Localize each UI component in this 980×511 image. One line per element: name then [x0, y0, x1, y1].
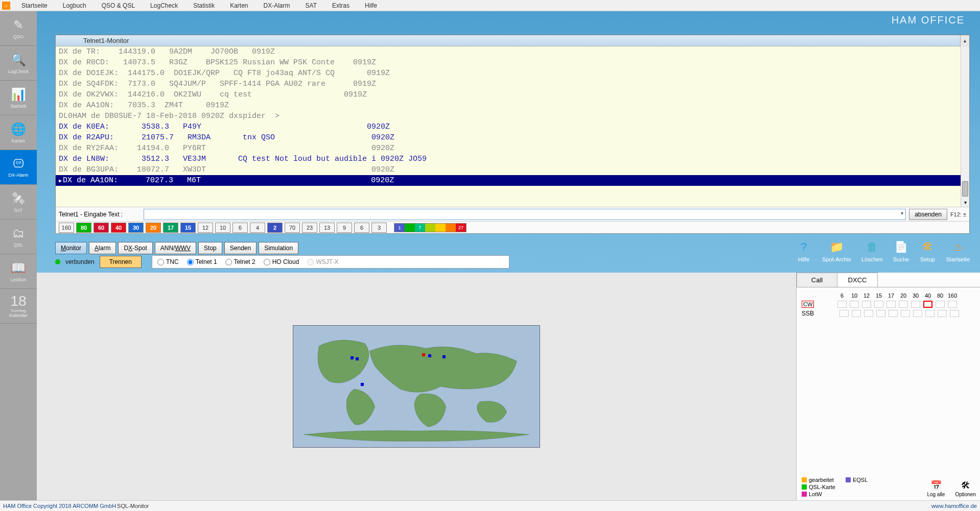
band-button-9[interactable]: 9	[337, 223, 352, 233]
sidebar-item-kalender[interactable]: 18 Sonntag Kalender	[0, 289, 37, 324]
band-button-3[interactable]: 3	[371, 223, 387, 233]
telnet-input-combo[interactable]	[144, 209, 906, 220]
band-button-20[interactable]: 20	[146, 223, 161, 233]
telnet-line[interactable]: DX de TR: 144319.0 9A2DM JO70OB 0919Z	[56, 46, 969, 57]
band-cell[interactable]	[837, 301, 847, 308]
menu-sat[interactable]: SAT	[298, 1, 324, 11]
band-cell[interactable]	[886, 301, 896, 308]
dxspot-button[interactable]: DX-Spot	[118, 242, 152, 254]
band-cell[interactable]	[901, 310, 910, 317]
menu-qso-qsl[interactable]: QSO & QSL	[95, 1, 142, 11]
telnet-line[interactable]: DL0HAM de DB0SUE-7 18-Feb-2018 0920Z dxs…	[56, 111, 969, 121]
band-button-60[interactable]: 60	[94, 223, 109, 233]
sidebar-item-qso[interactable]: ✎ QSO	[0, 11, 37, 46]
telnet-line[interactable]: DX de DO1EJK: 144175.0 DO1EJK/QRP CQ FT8…	[56, 68, 969, 79]
band-button-15[interactable]: 15	[180, 223, 196, 233]
band-cell[interactable]	[850, 301, 859, 308]
band-button-6[interactable]: 6	[354, 223, 369, 233]
scroll-down-icon[interactable]: ▾	[961, 198, 969, 207]
menu-logcheck[interactable]: LogCheck	[143, 1, 185, 11]
tab-dxcc[interactable]: DXCC	[837, 273, 878, 287]
band-cell[interactable]	[936, 301, 945, 308]
footer-url[interactable]: www.hamoffice.de	[931, 503, 977, 509]
telnet-line[interactable]: DX de OK2VWX: 144216.0 OK2IWU cq test 09…	[56, 89, 969, 100]
scroll-up-icon[interactable]: ▴	[960, 35, 969, 46]
stop-button[interactable]: Stop	[198, 242, 222, 254]
optionen-button[interactable]: 🛠 Optionen	[955, 479, 976, 497]
band-button-23[interactable]: 23	[302, 223, 317, 233]
band-button-80[interactable]: 80	[76, 223, 91, 233]
band-cell[interactable]	[911, 301, 920, 308]
menu-statistik[interactable]: Statistik	[186, 1, 222, 11]
band-cell[interactable]	[839, 310, 849, 317]
band-button-40[interactable]: 40	[111, 223, 126, 233]
log-alle-button[interactable]: 📅 Log alle	[927, 479, 945, 497]
simulation-button[interactable]: Simulation	[259, 242, 298, 254]
sidebar-item-karten[interactable]: 🌐 Karten	[0, 115, 37, 150]
band-cell[interactable]	[874, 301, 883, 308]
menu-karten[interactable]: Karten	[223, 1, 255, 11]
scrollbar[interactable]: ▾	[961, 46, 969, 207]
telnet-line[interactable]: DX de AA1ON: 7027.3 M6T 0920Z	[56, 175, 969, 186]
radio-tnc[interactable]: TNC	[157, 258, 179, 265]
hilfe-action[interactable]: ?Hilfe	[796, 239, 812, 262]
menu-logbuch[interactable]: Logbuch	[56, 1, 94, 11]
sidebar-item-sat[interactable]: 🛰 SAT	[0, 185, 37, 220]
band-cell[interactable]	[862, 301, 871, 308]
radio-hocloud[interactable]: HO Cloud	[264, 258, 299, 265]
band-button-30[interactable]: 30	[128, 223, 144, 233]
scrollbar-thumb[interactable]	[962, 181, 968, 197]
telnet-line[interactable]: DX de RY2FAA: 14194.0 PY6RT 0920Z	[56, 143, 969, 154]
sidebar-item-logcheck[interactable]: 🔍 LogCheck	[0, 46, 37, 81]
band-cell[interactable]	[938, 310, 947, 317]
band-cell[interactable]	[852, 310, 861, 317]
menu-dxalarm[interactable]: DX-Alarm	[256, 1, 297, 11]
telnet-line[interactable]: DX de SQ4FDK: 7173.0 SQ4JUM/P SPFF-1414 …	[56, 79, 969, 89]
annwwv-button[interactable]: ANN/WWV	[155, 242, 196, 254]
senden-button[interactable]: Senden	[224, 242, 256, 254]
startseite-action[interactable]: ⌂Startseite	[946, 239, 970, 262]
band-button-160[interactable]: 160	[59, 223, 74, 233]
setup-action[interactable]: 🛠Setup	[920, 239, 936, 262]
band-cell[interactable]	[899, 301, 908, 308]
band-button-12[interactable]: 12	[198, 223, 213, 233]
tab-call[interactable]: Call	[797, 273, 837, 287]
telnet-line[interactable]: DX de R2APU: 21075.7 RM3DA tnx QSO 0920Z	[56, 132, 969, 143]
band-button-4[interactable]: 4	[250, 223, 265, 233]
band-cell[interactable]	[948, 301, 957, 308]
band-cell[interactable]	[950, 310, 959, 317]
world-map[interactable]	[293, 325, 540, 448]
telnet-line[interactable]: DX de BG3UPA: 18072.7 XW3DT 0920Z	[56, 164, 969, 175]
monitor-button[interactable]: Monitor	[55, 242, 87, 254]
telnet-line[interactable]: DX de R0CD: 14073.5 R3GZ BPSK125 Russian…	[56, 57, 969, 68]
menu-startseite[interactable]: Startseite	[14, 1, 55, 11]
telnet-line[interactable]: DX de K0EA: 3538.3 P49Y 0920Z	[56, 121, 969, 132]
radio-telnet2[interactable]: Telnet 2	[225, 258, 255, 265]
sidebar-item-statistik[interactable]: 📊 Statistik	[0, 81, 37, 115]
telnet-body[interactable]: DX de TR: 144319.0 9A2DM JO70OB 0919ZDX …	[56, 46, 969, 207]
menu-hilfe[interactable]: Hilfe	[358, 1, 384, 11]
telnet-line[interactable]: DX de LN8W: 3512.3 VE3JM CQ test Not lou…	[56, 154, 969, 164]
band-cell[interactable]	[864, 310, 873, 317]
band-cell[interactable]	[925, 310, 935, 317]
band-button-2[interactable]: 2	[267, 223, 283, 233]
band-button-10[interactable]: 10	[215, 223, 230, 233]
band-cell[interactable]	[923, 301, 932, 308]
sidebar-item-dxalarm[interactable]: 🖵DX DX-Alarm	[0, 150, 37, 185]
band-button-13[interactable]: 13	[319, 223, 335, 233]
band-button-6[interactable]: 6	[232, 223, 248, 233]
home-icon[interactable]: ⌂	[2, 2, 10, 10]
suche-action[interactable]: 📄Suche	[893, 239, 909, 262]
sidebar-item-qsl[interactable]: 🗂 QSL	[0, 220, 37, 254]
menu-extras[interactable]: Extras	[325, 1, 357, 11]
band-button-17[interactable]: 17	[163, 223, 178, 233]
band-cell[interactable]	[889, 310, 898, 317]
lschen-action[interactable]: 🗑Löschen	[861, 239, 883, 262]
band-button-70[interactable]: 70	[285, 223, 300, 233]
send-button[interactable]: absenden	[909, 209, 947, 220]
spotarchiv-action[interactable]: 📁Spot-Archiv	[822, 239, 851, 262]
band-cell[interactable]	[913, 310, 922, 317]
radio-telnet1[interactable]: Telnet 1	[187, 258, 217, 265]
sidebar-item-lexikon[interactable]: 📖 Lexikon	[0, 254, 37, 289]
alarm-button[interactable]: Alarm	[89, 242, 116, 254]
